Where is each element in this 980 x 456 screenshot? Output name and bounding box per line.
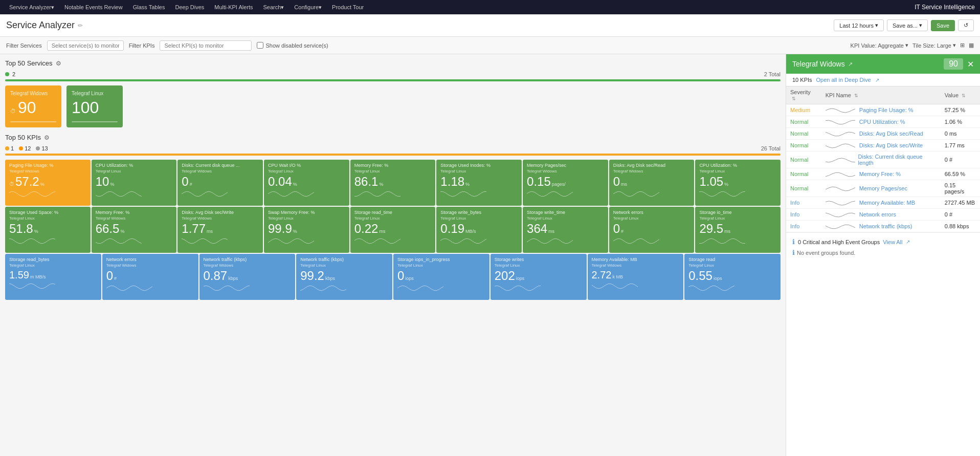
kpi-tile-2-7[interactable]: Storage read Telegraf Linux 0.55 iops xyxy=(684,254,781,300)
nav-deep-dives[interactable]: Deep Dives xyxy=(171,0,208,14)
kpi-name-link[interactable]: Paging File Usage: % xyxy=(859,107,914,113)
kpi-tile-0-8[interactable]: CPU Utilization: % Telegraf Linux 1.05 % xyxy=(695,160,781,206)
kpis-gear-icon[interactable]: ⚙ xyxy=(44,134,50,141)
kpi-tile-0-7[interactable]: Disks: Avg Disk sec/Read Telegraf Widows… xyxy=(609,160,695,206)
open-deep-dive-link[interactable]: Open all in Deep Dive xyxy=(816,77,871,83)
tile-value: 0 xyxy=(397,270,404,282)
kpi-tile-2-5[interactable]: Storage writes Telegraf Linux 202 iops xyxy=(491,254,587,300)
kpi-tile-2-2[interactable]: Network traffic (kbps) Telegraf Widows 0… xyxy=(199,254,296,300)
refresh-button[interactable]: ↺ xyxy=(958,19,974,31)
time-range-button[interactable]: Last 12 hours ▾ xyxy=(834,19,884,31)
kpi-value-dropdown[interactable]: KPI Value: Aggregate ▾ xyxy=(851,42,908,49)
nav-multi-kpi[interactable]: Multi-KPI Alerts xyxy=(210,0,257,14)
kpi-tile-2-0[interactable]: Storage read_bytes Telegraf Linux 1.59 m… xyxy=(5,254,101,300)
kpi-tile-0-3[interactable]: CPU Wait I/O % Telegraf Linux 0.04 % xyxy=(264,160,349,206)
kpi-table-row[interactable]: Normal Disks: Avg Disk sec/Write 1.77 ms xyxy=(786,140,980,151)
services-gear-icon[interactable]: ⚙ xyxy=(56,60,61,67)
kpi-tile-1-1[interactable]: Memory Free: % Telegraf Widows 66.5 % xyxy=(92,207,177,253)
open-link-icon: ↗ xyxy=(875,77,879,83)
kpi-tile-1-4[interactable]: Storage read_time Telegraf Linux 0.22 ms xyxy=(350,207,436,253)
tile-label: Storage read_bytes xyxy=(9,257,97,263)
service-tile-telegraf-linux[interactable]: Telegraf Linux 100 xyxy=(66,85,123,127)
kpi-name-link[interactable]: Disks: Avg Disk sec/Read xyxy=(859,131,923,137)
kpi-table-row[interactable]: Normal Disks: Avg Disk sec/Read 0 ms xyxy=(786,128,980,140)
kpi-tile-2-1[interactable]: Network errors Telegraf Widows 0 # xyxy=(102,254,198,300)
tile-size-dropdown[interactable]: Tile Size: Large ▾ xyxy=(912,42,956,49)
kpi-table-row[interactable]: Medium Paging File Usage: % 57.25 % xyxy=(786,104,980,116)
tile-sparkline xyxy=(688,284,776,293)
list-view-icon[interactable]: ⊞ xyxy=(960,42,965,49)
close-icon[interactable]: ✕ xyxy=(967,59,974,69)
service-tile-telegraf-widows[interactable]: Telegraf Widows ⏱ 90 xyxy=(5,85,61,127)
nav-product-tour[interactable]: Product Tour xyxy=(328,0,368,14)
kpi-table-row[interactable]: Info Network errors 0 # xyxy=(786,209,980,221)
nav-glass-tables[interactable]: Glass Tables xyxy=(129,0,169,14)
tile-unit: ms xyxy=(621,182,627,187)
tile-label: Storage iops_in_progress xyxy=(397,257,485,263)
tile-unit: MB/s xyxy=(465,229,476,234)
kpi-table-row[interactable]: Normal Memory Pages/sec 0.15 pages/s xyxy=(786,180,980,197)
tile-unit: % xyxy=(379,182,383,187)
nav-service-analyzer[interactable]: Service Analyzer ▾ xyxy=(5,0,58,14)
kpi-tile-2-3[interactable]: Network traffic (kbps) Telegraf Linux 99… xyxy=(296,254,392,300)
kpi-name-link[interactable]: CPU Utilization: % xyxy=(859,119,905,125)
kpi-table-row[interactable]: Normal CPU Utilization: % 1.06 % xyxy=(786,116,980,128)
kpi-table-row[interactable]: Info Network traffic (kbps) 0.88 kbps xyxy=(786,221,980,232)
kpi-tile-2-4[interactable]: Storage iops_in_progress Telegraf Linux … xyxy=(393,254,489,300)
kpi-tile-1-7[interactable]: Network errors Telegraf Linux 0 # xyxy=(609,207,695,253)
kpi-value: 2727.45 MB xyxy=(945,200,975,206)
kpi-tile-0-5[interactable]: Storage Used Inodes: % Telegraf Linux 1.… xyxy=(436,160,522,206)
nav-notable-events[interactable]: Notable Events Review xyxy=(60,0,127,14)
grid-view-icon[interactable]: ▦ xyxy=(969,42,974,49)
side-panel-title: Telegraf Widows xyxy=(792,60,845,68)
filter-services-input[interactable] xyxy=(47,40,124,51)
kpi-name-link[interactable]: Network errors xyxy=(859,211,896,218)
th-severity[interactable]: Severity ⇅ xyxy=(786,86,821,104)
th-value[interactable]: Value ⇅ xyxy=(941,86,980,104)
top-nav: Service Analyzer ▾ Notable Events Review… xyxy=(0,0,980,14)
kpi-name-link[interactable]: Memory Available: MB xyxy=(859,200,915,206)
nav-search[interactable]: Search ▾ xyxy=(259,0,288,14)
kpi-tile-1-8[interactable]: Storage io_time Telegraf Linux 29.5 ms xyxy=(695,207,781,253)
tile-service: Telegraf Widows xyxy=(182,169,259,173)
kpi-tile-1-3[interactable]: Swap Memory Free: % Telegraf Linux 99.9 … xyxy=(264,207,349,253)
filter-kpis-input[interactable] xyxy=(160,40,252,51)
show-disabled-checkbox[interactable]: Show disabled service(s) xyxy=(257,42,328,49)
kpi-tile-1-2[interactable]: Disks: Avg Disk sec/Write Telegraf Widow… xyxy=(177,207,263,253)
kpi-table-row[interactable]: Normal Memory Free: % 66.59 % xyxy=(786,168,980,180)
kpi-tile-0-1[interactable]: CPU Utilization: % Telegraf Linux 10 % xyxy=(92,160,177,206)
kpi-tile-0-6[interactable]: Memory Pages/sec Telegraf Widows 0.15 pa… xyxy=(523,160,608,206)
th-kpi-name[interactable]: KPI Name ⇅ xyxy=(821,86,941,104)
tile-sparkline xyxy=(300,284,388,293)
kpi-name-link[interactable]: Disks: Avg Disk sec/Write xyxy=(859,142,923,148)
kpi-tile-1-5[interactable]: Storage write_bytes Telegraf Linux 0.19 … xyxy=(436,207,522,253)
tile-service: Telegraf Linux xyxy=(268,216,345,221)
edit-icon[interactable]: ✏ xyxy=(78,22,83,29)
kpi-tile-0-4[interactable]: Memory Free: % Telegraf Linux 86.1 % xyxy=(350,160,436,206)
kpi-tile-0-2[interactable]: Disks: Current disk queue ... Telegraf W… xyxy=(177,160,263,206)
tile-service: Telegraf Linux xyxy=(440,216,518,221)
save-button[interactable]: Save xyxy=(931,20,955,31)
kpi-name-link[interactable]: Network traffic (kbps) xyxy=(859,223,912,229)
kpi-tile-1-0[interactable]: Storage Used Space: % Telegraf Linux 51.… xyxy=(5,207,91,253)
kpi-tile-0-0[interactable]: Paging File Usage: % Telegraf Widows ⏱ 5… xyxy=(5,160,91,206)
view-all-link[interactable]: View All xyxy=(883,239,902,245)
page-title: Service Analyzer ✏ xyxy=(6,20,83,31)
tile-value: 0.04 xyxy=(268,176,292,188)
tile-unit: # xyxy=(621,229,623,234)
tile-value: 1.59 xyxy=(9,270,29,280)
tile-service: Telegraf Linux xyxy=(300,263,388,268)
header-actions: Last 12 hours ▾ Save as... ▾ Save ↺ xyxy=(834,19,974,31)
tile-sparkline xyxy=(699,190,776,199)
kpi-tile-1-6[interactable]: Storage write_time Telegraf Linux 364 ms xyxy=(523,207,608,253)
save-as-button[interactable]: Save as... ▾ xyxy=(887,19,928,31)
external-link-icon[interactable]: ↗ xyxy=(848,61,853,68)
kpi-name-link[interactable]: Disks: Current disk queue length xyxy=(858,154,937,166)
kpi-tile-2-6[interactable]: Memory Available: MB Telegraf Widows 2.7… xyxy=(588,254,684,300)
kpi-table-row[interactable]: Info Memory Available: MB 2727.45 MB xyxy=(786,197,980,209)
kpi-name-link[interactable]: Memory Free: % xyxy=(859,171,901,177)
kpi-table-row[interactable]: Normal Disks: Current disk queue length … xyxy=(786,151,980,168)
nav-configure[interactable]: Configure ▾ xyxy=(290,0,326,14)
kpi-name-link[interactable]: Memory Pages/sec xyxy=(859,185,907,191)
tile-value: 0.55 xyxy=(688,270,712,282)
